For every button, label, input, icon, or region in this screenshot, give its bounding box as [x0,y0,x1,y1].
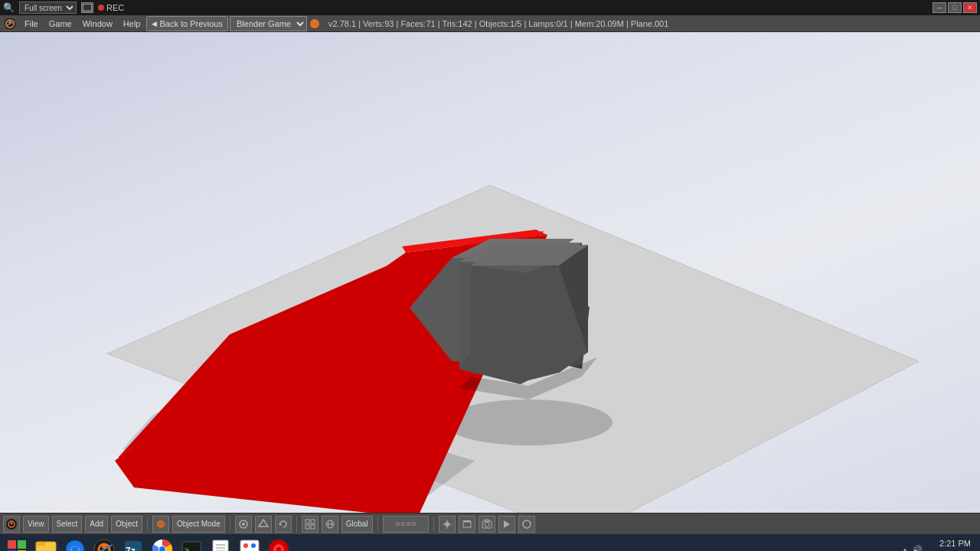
bottom-toolbar: View Select Add Object Object Mode [0,513,980,534]
svg-rect-39 [36,542,45,546]
menu-item-help[interactable]: Help [119,16,145,31]
title-bar-left: 🔍 Full screen REC [3,2,124,14]
camera-icon[interactable] [479,516,495,533]
taskbar-left: 7z >_ [3,536,292,551]
svg-rect-20 [305,525,309,529]
separator4 [377,517,378,532]
menu-bar: File Game Window Help ◀ Back to Previous… [0,15,980,32]
mode-select[interactable]: Object Mode [172,516,225,533]
menu-item-game[interactable]: Game [44,16,77,31]
orange-dot-icon [310,19,319,28]
object-button[interactable]: Object [111,516,142,533]
windows-taskbar: 7z >_ [0,534,980,551]
sync-icon[interactable] [518,516,535,533]
svg-rect-60 [240,540,259,551]
global-icon[interactable] [322,516,338,533]
minimize-button[interactable]: ─ [933,2,946,13]
search-icon[interactable]: 🔍 [3,2,15,13]
grid-icon[interactable] [302,516,318,533]
tray-arrow[interactable]: ▲ [901,546,909,552]
menu-item-file[interactable]: File [20,16,43,31]
svg-rect-35 [18,540,26,549]
box-shadow [444,399,612,445]
clock[interactable]: 2:21 PM 10/21/2016 [929,538,971,551]
svg-rect-1 [83,5,91,10]
separator3 [296,517,297,532]
blender-logo[interactable] [2,16,18,31]
svg-rect-55 [213,540,228,551]
paint-icon[interactable] [236,536,263,551]
render-icon[interactable] [498,516,515,533]
rotate-icon[interactable] [275,516,292,533]
separator5 [433,517,434,532]
terminal-icon[interactable]: >_ [178,536,205,551]
time-display: 2:21 PM [929,538,971,549]
file-manager-icon[interactable] [32,536,60,551]
svg-marker-17 [279,523,282,526]
svg-marker-16 [259,520,268,527]
svg-rect-29 [463,520,471,522]
tray-icons: ▲ 🔊 [901,545,923,552]
rec-dot [98,5,104,11]
back-arrow-icon: ◀ [152,20,157,28]
scene-svg [0,32,980,513]
viewport[interactable] [0,32,980,513]
add-button[interactable]: Add [85,516,108,533]
back-btn-label: Back to Previous [159,19,223,28]
transform-icon[interactable] [235,516,252,533]
start-button[interactable] [3,536,31,551]
rec-label: REC [106,3,124,12]
svg-point-13 [158,522,163,527]
pivot-icon[interactable] [439,516,456,533]
close-button[interactable]: ✕ [963,2,977,13]
browser-icon[interactable] [61,536,89,551]
rec-indicator: REC [98,3,124,12]
taskbar-rec-icon[interactable] [265,536,292,551]
title-bar-right: ─ □ ✕ [933,2,977,13]
title-bar: 🔍 Full screen REC ─ □ ✕ [0,0,980,15]
mode-icon[interactable] [152,516,169,533]
svg-point-31 [485,522,489,527]
svg-marker-33 [504,520,510,528]
7zip-icon[interactable]: 7z [119,536,147,551]
svg-point-11 [11,522,13,524]
svg-point-62 [251,543,256,548]
separator1 [147,517,148,532]
global-select[interactable]: Global [341,516,373,533]
snap-icon[interactable] [255,516,272,533]
svg-text:>_: >_ [185,546,194,551]
svg-point-61 [243,543,248,548]
layer-icon[interactable] [459,516,475,533]
taskbar-blender-icon[interactable] [90,536,118,551]
svg-rect-21 [311,525,315,529]
back-to-previous-button[interactable]: ◀ Back to Previous [146,16,228,31]
fullscreen-select[interactable]: Full screen [19,2,77,14]
chrome-icon[interactable] [149,536,176,551]
notepad-icon[interactable] [207,536,234,551]
view-button[interactable]: View [23,516,49,533]
svg-rect-28 [463,522,471,527]
engine-select[interactable]: Blender Game [230,16,307,31]
select-button[interactable]: Select [52,516,83,533]
proportional-icon[interactable]: ⊙⊙⊙⊙ [383,516,429,533]
separator2 [230,517,230,532]
svg-text:7z: 7z [126,546,136,551]
taskbar-right: ▲ 🔊 2:21 PM 10/21/2016 [901,538,977,551]
svg-point-15 [242,523,245,526]
toolbar-blender-icon[interactable] [3,516,20,533]
svg-rect-34 [8,540,16,549]
menu-item-window[interactable]: Window [78,16,117,31]
maximize-button[interactable]: □ [948,2,962,13]
info-text: v2.78.1 | Verts:93 | Faces:71 | Tris:142… [322,19,675,28]
svg-rect-18 [305,520,309,523]
screen-icon[interactable] [81,2,93,13]
volume-icon[interactable]: 🔊 [912,545,923,552]
svg-rect-19 [311,520,315,523]
